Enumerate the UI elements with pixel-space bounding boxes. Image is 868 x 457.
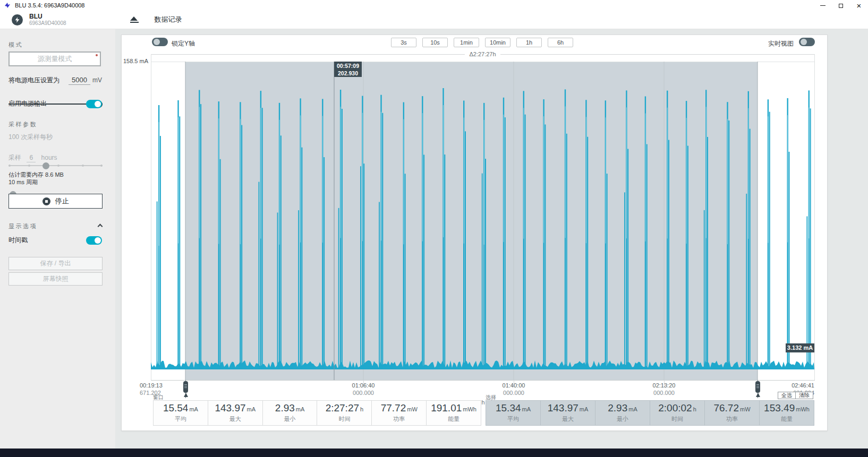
restore-button[interactable] [832,0,850,11]
voltage-input[interactable]: 5000 [69,76,90,85]
window-stat-power: 77.72mW 功率 [371,401,426,425]
window-titlebar: BLU 3.5.4: 6963A9D40008 × [0,0,868,11]
selection-stat-min: 2.93mA 最小 [595,401,650,425]
brand-block: BLU 6963A9D40008 [29,13,66,26]
zoom-preset-10min[interactable]: 10min [485,38,510,47]
sidebar: 模式 源测量模式 将电源电压设置为 5000mV 启用电源输出 采样参数 100… [0,29,115,449]
window-stat-time: 2:27:27h 时间 [317,401,371,425]
mode-status-dot [96,54,98,56]
lock-y-toggle[interactable] [152,38,168,46]
stop-button-label: 停止 [55,196,69,206]
selection-stat-time: 2:00:02h 时间 [650,401,704,425]
x-tick-0: 00:19:13671.202 [140,382,188,396]
x-axis-line [151,380,815,381]
current-waveform-plot[interactable] [151,62,814,380]
window-delta-row: Δ2:27:27h [151,51,814,57]
x-tick-1: 01:06:40000.000 [337,382,390,396]
plot-right-border [814,54,815,380]
power-output-toggle[interactable] [86,100,102,108]
selection-stat-avg: 15.34mA 平均 [486,401,540,425]
cursor-value: 202.930 [334,70,362,77]
timestamp-label: 时间戳 [8,236,28,245]
duration-row: 采样 6 hours [8,152,103,162]
timestamp-toggle[interactable] [86,236,102,245]
zoom-presets: 3s 10s 1min 10min 1h 6h [391,38,573,47]
app-window-icon [4,2,11,8]
sampling-section-label: 采样参数 [8,120,103,128]
mode-section-label: 模式 [8,41,103,49]
window-stat-max: 143.97mA 最大 [208,401,262,425]
zoom-preset-3s[interactable]: 3s [391,38,416,47]
sample-rate-slider[interactable] [8,162,103,169]
eject-device-button[interactable] [130,16,139,23]
mode-select[interactable]: 源测量模式 [8,51,101,66]
live-view-label: 实时视图 [768,39,794,48]
clear-selection-button[interactable]: 清除 [795,392,813,399]
window-title: BLU 3.5.4: 6963A9D40008 [15,2,85,8]
window-stat-energy: 191.01mWh 能量 [426,401,481,425]
zoom-preset-10s[interactable]: 10s [422,38,448,47]
duration-input[interactable]: 6 [27,154,36,162]
lightning-icon [14,16,21,23]
mode-select-value: 源测量模式 [38,54,72,64]
chevron-up-icon [98,224,103,229]
memory-estimate: 估计需要内存 8.6 MB [8,171,103,179]
device-id: 6963A9D40008 [29,20,66,26]
live-view-toggle[interactable] [799,38,815,46]
period-note: 10 ms 周期 [8,178,103,186]
y-axis-max-label: 158.5 mA [122,58,148,64]
zoom-preset-1min[interactable]: 1min [454,38,479,47]
tab-data-logger[interactable]: 数据记录 [155,15,182,24]
select-all-button[interactable]: 全选 [778,392,796,399]
power-output-label: 启用电源输出 [8,99,47,108]
minimize-button[interactable] [814,0,832,11]
window-delta-label: Δ2:27:27h [465,51,500,57]
power-output-row: 启用电源输出 [8,99,102,108]
main-area: 锁定Y轴 3s 10s 1min 10min 1h 6h 实时视图 Δ2:27:… [115,29,868,449]
display-section-label: 显示选项 [8,222,37,230]
selection-stats-row: 15.34mA 平均 143.97mA 最大 2.93mA 最小 2:00:02… [486,400,814,426]
sample-rate-label: 100 次采样每秒 [8,133,103,142]
display-options-header[interactable]: 显示选项 [8,222,102,230]
close-icon: × [857,2,862,10]
selection-stat-energy: 153.49mWh 能量 [759,401,814,425]
lock-y-label: 锁定Y轴 [172,39,195,48]
eject-icon [130,16,138,21]
zoom-preset-6h[interactable]: 6h [548,38,573,47]
app-header: BLU 6963A9D40008 数据记录 [0,11,868,29]
timestamp-row: 时间戳 [8,236,102,245]
window-stat-avg: 15.54mA 平均 [154,401,208,425]
window-stats-row: 15.54mA 平均 143.97mA 最大 2.93mA 最小 2:27:27… [153,400,481,426]
x-tick-3: 02:13:20000.000 [637,382,691,396]
bottom-bar [0,449,868,457]
minimize-icon [820,5,826,6]
window-stat-min: 2.93mA 最小 [262,401,317,425]
zoom-preset-1h[interactable]: 1h [516,38,542,47]
save-export-button[interactable]: 保存 / 导出 [8,257,103,270]
voltage-label: 将电源电压设置为 [8,76,59,85]
voltage-row: 将电源电压设置为 5000mV [8,75,102,85]
duration-label: 采样 [8,154,21,161]
content-area: 模式 源测量模式 将电源电压设置为 5000mV 启用电源输出 采样参数 100… [0,29,868,449]
selection-stat-max: 143.97mA 最大 [540,401,595,425]
stop-icon [42,197,50,205]
baseline-value-tag: 3.132 mA [786,343,814,352]
stop-button[interactable]: 停止 [8,194,103,209]
app-logo [12,14,23,25]
cursor-tooltip: 00:57:09 202.930 [334,62,362,77]
voltage-unit: mV [92,76,102,84]
chart-card: 锁定Y轴 3s 10s 1min 10min 1h 6h 实时视图 Δ2:27:… [121,35,828,431]
screenshot-button[interactable]: 屏幕快照 [8,272,103,286]
selection-buttons: 全选 清除 [778,392,813,399]
sample-rate-knob[interactable] [42,162,49,169]
restore-icon [839,4,843,8]
close-button[interactable]: × [850,0,868,11]
selection-end-handle[interactable] [755,380,761,398]
selection-stat-power: 76.72mW 功率 [704,401,759,425]
app-name: BLU [29,13,66,20]
cursor-time: 00:57:09 [334,62,362,70]
selection-start-handle[interactable] [183,380,189,398]
duration-unit: hours [41,154,57,161]
